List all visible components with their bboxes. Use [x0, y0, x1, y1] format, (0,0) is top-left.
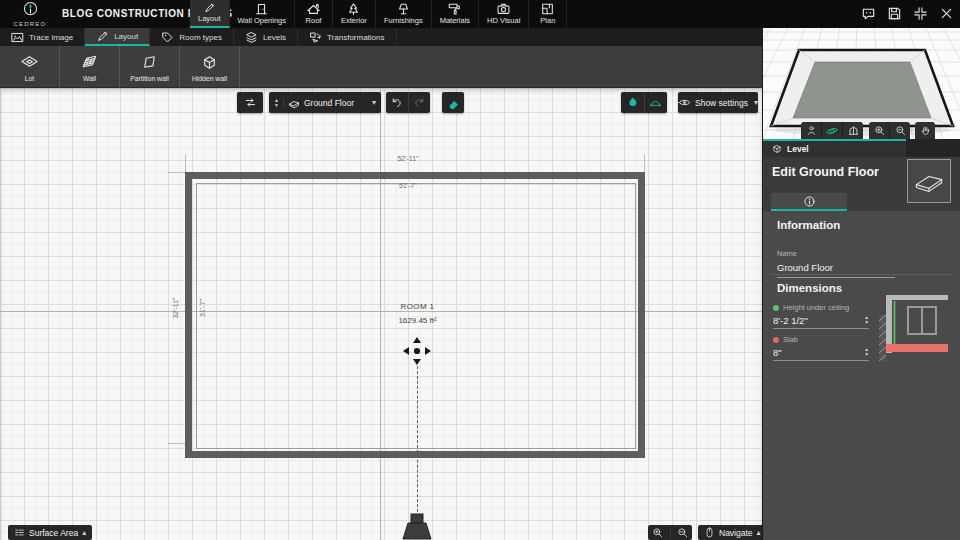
height-field-value[interactable]: 8'-2 1/2" — [773, 315, 808, 326]
partition-wall-icon — [139, 52, 160, 73]
tool-partition-wall[interactable]: Partition wall — [120, 46, 180, 88]
wall-icon — [79, 52, 100, 73]
move-handle-icon[interactable] — [402, 336, 432, 366]
preview-zoom-in-button[interactable] — [869, 122, 889, 139]
tab-materials[interactable]: Materials — [432, 0, 479, 28]
sub-tab-bar: Trace image Layout Room types Levels Tra… — [0, 28, 762, 46]
name-field[interactable]: Name Ground Floor — [777, 242, 895, 278]
tab-wall-openings[interactable]: Wall Openings — [230, 0, 296, 28]
floor-plan-canvas[interactable]: 52'-11" 51'-7" 32'-11" 31'-7" ROOM 1 162… — [0, 88, 762, 540]
chevron-down-icon: ▾ — [372, 98, 376, 107]
window-controls — [861, 6, 954, 21]
cube-icon — [772, 144, 782, 154]
redo-button[interactable] — [408, 92, 431, 113]
eraser-button[interactable] — [442, 92, 464, 113]
zoom-in-icon[interactable] — [652, 527, 663, 538]
dim-top-outer: 52'-11" — [185, 155, 631, 162]
level-panel: Level Edit Ground Floor Information Name… — [763, 139, 960, 540]
slab-status-dot — [773, 337, 779, 343]
paint-roller-icon — [447, 2, 462, 16]
level-tab[interactable]: Level — [763, 139, 906, 157]
door-icon — [254, 2, 269, 16]
room-name-label[interactable]: ROOM 1 — [345, 302, 490, 311]
preview-zoom-out-button[interactable] — [889, 122, 910, 139]
slab-field[interactable]: Slab 8" ▲ ▼ — [773, 335, 869, 361]
right-panel: Level Edit Ground Floor Information Name… — [762, 28, 960, 540]
tab-hd-visual[interactable]: HD Visual — [479, 0, 529, 28]
undo-button[interactable] — [386, 92, 408, 113]
slab-field-value[interactable]: 8" — [773, 347, 782, 358]
surface-area-label: Surface Area — [29, 528, 78, 538]
surface-area-button[interactable]: Surface Area ▴ — [8, 525, 92, 540]
subtab-label: Layout — [114, 32, 138, 41]
subtab-label: Trace image — [29, 33, 73, 42]
tool-hidden-wall[interactable]: Hidden wall — [180, 46, 240, 88]
transform-icon — [309, 31, 322, 44]
height-under-ceiling-field[interactable]: Height under ceiling 8'-2 1/2" ▲ ▼ — [773, 303, 869, 329]
dim-tick — [168, 172, 185, 173]
tag-icon — [161, 31, 174, 44]
tab-layout[interactable]: Layout — [190, 0, 230, 28]
terrain-toggle-button[interactable] — [621, 92, 644, 113]
dim-left-inner: 31'-7" — [199, 299, 206, 317]
subtab-trace-image[interactable]: Trace image — [0, 28, 85, 46]
switch-view-button[interactable] — [237, 92, 263, 113]
wall-tools-row: Lot Wall Partition wall Hidden wall — [0, 46, 762, 88]
top-bar: CEDREO BLOG CONSTRUCTION PHASES Layout W… — [0, 0, 960, 28]
slab-field-label: Slab — [783, 335, 798, 344]
arc-roof-icon — [649, 96, 662, 109]
walkthrough-view-button[interactable] — [801, 122, 821, 139]
cedreo-logo-icon — [22, 1, 39, 18]
floor-selector-value: Ground Floor — [304, 98, 354, 108]
orbit-view-button[interactable] — [821, 122, 842, 139]
subtab-room-types[interactable]: Room types — [150, 28, 234, 46]
plan-view-button[interactable] — [842, 122, 863, 139]
dim-tick — [644, 154, 645, 172]
show-settings-button[interactable]: Show settings ▾ — [678, 92, 758, 113]
subtab-layout[interactable]: Layout — [85, 28, 150, 46]
zoom-out-icon — [895, 125, 906, 136]
tree-icon — [346, 2, 361, 16]
close-icon[interactable] — [939, 6, 954, 21]
slab-stepper[interactable]: ▲ ▼ — [864, 348, 869, 357]
subtab-transformations[interactable]: Transformations — [298, 28, 397, 46]
preview-zoom-tabs — [869, 122, 910, 139]
cedreo-logo: CEDREO — [10, 1, 50, 28]
tab-furnishings[interactable]: Furnishings — [376, 0, 432, 28]
height-stepper[interactable]: ▲ ▼ — [864, 316, 869, 325]
tool-lot[interactable]: Lot — [0, 46, 60, 88]
dim-top-inner: 51'-7" — [196, 182, 620, 189]
floor-selector[interactable]: ▲ ▼ Ground Floor ▾ — [269, 92, 381, 113]
level-shape-button[interactable] — [907, 159, 951, 203]
tool-wall[interactable]: Wall — [60, 46, 120, 88]
zoom-out-icon[interactable] — [677, 527, 688, 538]
lamp-icon — [396, 2, 411, 16]
subtab-levels[interactable]: Levels — [234, 28, 298, 46]
name-field-label: Name — [777, 249, 797, 258]
feedback-icon[interactable] — [861, 6, 876, 21]
room-area-label: 1629.45 ft² — [345, 316, 490, 325]
roof-toggle-button[interactable] — [644, 92, 668, 113]
floor-stepper[interactable]: ▲ ▼ — [274, 98, 284, 108]
pencil-icon — [96, 30, 109, 43]
person-icon — [806, 125, 817, 136]
camera-viewpoint-marker[interactable] — [399, 512, 435, 540]
information-tab[interactable] — [771, 193, 847, 211]
navigate-button[interactable]: Navigate ▴ — [698, 525, 767, 540]
chevron-up-icon: ▴ — [757, 528, 761, 537]
collapse-icon[interactable] — [913, 6, 928, 21]
tab-plan[interactable]: Plan — [529, 0, 567, 28]
camera-icon — [496, 2, 511, 16]
divider — [670, 528, 671, 538]
3d-preview[interactable] — [763, 28, 960, 139]
panel-tab-strip: Level — [763, 139, 960, 157]
tab-roof[interactable]: Roof — [295, 0, 333, 28]
section-divider — [771, 274, 953, 275]
dim-tick — [168, 443, 185, 444]
tab-exterior[interactable]: Exterior — [333, 0, 376, 28]
pan-hand-button[interactable] — [915, 122, 935, 139]
level-properties: Information Name Ground Floor Dimensions… — [763, 211, 960, 540]
name-field-value[interactable]: Ground Floor — [777, 262, 895, 278]
hidden-wall-icon — [199, 52, 220, 73]
save-icon[interactable] — [887, 6, 902, 21]
